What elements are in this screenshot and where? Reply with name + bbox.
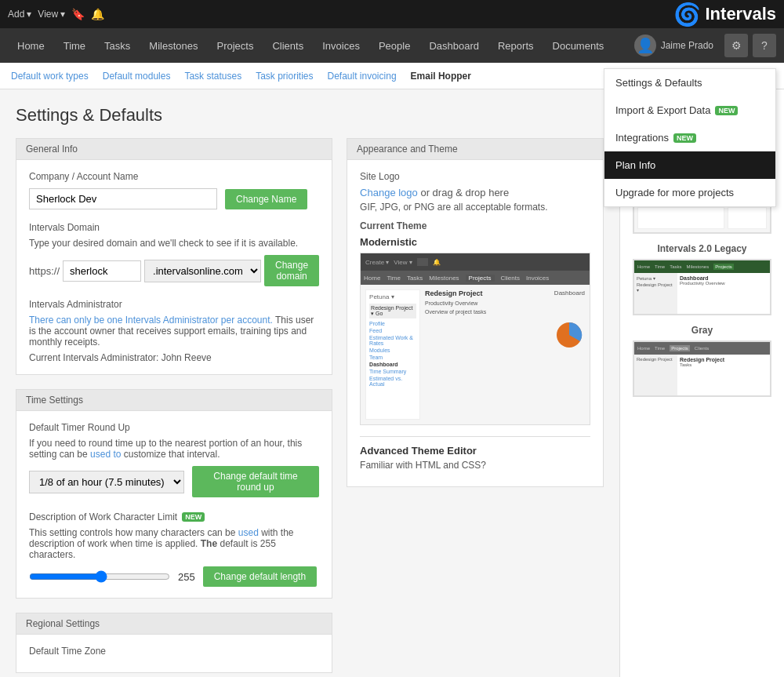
bookmark-icon[interactable]: 🔖 (71, 8, 85, 20)
company-label: Company / Account Name (29, 171, 319, 182)
time-settings-body: Default Timer Round Up If you need to ro… (16, 411, 332, 598)
admin-desc: There can only be one Intervals Administ… (29, 315, 319, 348)
gray-theme-preview[interactable]: Home Time Projects Clients Redesign Proj… (633, 340, 771, 397)
timer-desc-used: used to (90, 449, 121, 460)
legacy-theme-preview[interactable]: Home Time Tasks Milestones Projects Petu… (633, 259, 771, 315)
regional-settings-body: Default Time Zone (16, 635, 332, 672)
dropdown-upgrade[interactable]: Upgrade for more projects (604, 179, 775, 206)
theme-main-content: Redesign Project Dashboard Productivity … (425, 289, 585, 420)
view-chevron-icon: ▾ (60, 9, 65, 20)
timer-label: Default Timer Round Up (29, 422, 319, 433)
two-column-layout: General Info Company / Account Name Chan… (16, 138, 604, 677)
char-limit-value: 255 (178, 571, 195, 583)
admin-desc1: There can only be one Intervals Administ… (29, 315, 273, 326)
nav-milestones[interactable]: Milestones (140, 28, 207, 63)
theme-body: Petuna ▾ Redesign Project ▾ Go Profile F… (361, 285, 590, 424)
subnav-default-work-types[interactable]: Default work types (11, 71, 89, 82)
change-length-button[interactable]: Change default length (203, 566, 317, 587)
gray-theme-title: Gray (633, 325, 771, 336)
nav-invoices[interactable]: Invoices (313, 28, 369, 63)
add-chevron-icon: ▾ (27, 9, 31, 20)
dropdown-import-export[interactable]: Import & Export Data NEW (604, 96, 775, 124)
nav-reports[interactable]: Reports (488, 28, 543, 63)
theme-nav: HomeTimeTasksMilestones Projects Clients… (361, 271, 590, 285)
help-button[interactable]: ? (753, 34, 776, 57)
nav-bar: Home Time Tasks Milestones Projects Clie… (0, 28, 784, 63)
general-info-title: General Info (26, 144, 78, 155)
view-button[interactable]: View ▾ (38, 9, 65, 20)
char-limit-slider[interactable] (29, 570, 170, 583)
dropdown-integrations[interactable]: Integrations NEW (604, 124, 775, 151)
settings-button[interactable]: ⚙ (724, 34, 748, 57)
change-name-button[interactable]: Change Name (225, 189, 307, 209)
help-icon: ? (761, 39, 768, 52)
dropdown-upgrade-label: Upgrade for more projects (615, 187, 734, 198)
nav-home[interactable]: Home (8, 28, 54, 63)
char-used: used (238, 527, 259, 538)
nav-tasks[interactable]: Tasks (95, 28, 140, 63)
logo-row: Change logo or drag & drop here GIF, JPG… (360, 187, 590, 213)
view-label: View (38, 9, 58, 20)
char-limit-label: Description of Work Character Limit (29, 511, 177, 522)
time-settings-header: Time Settings (16, 390, 332, 411)
nav-people[interactable]: People (369, 28, 419, 63)
nav-dashboard[interactable]: Dashboard (419, 28, 488, 63)
regional-settings-section: Regional Settings Default Time Zone (16, 613, 332, 673)
advanced-theme-section: Advanced Theme Editor Familiar with HTML… (360, 436, 590, 471)
general-info-header: General Info (16, 139, 332, 160)
dropdown-import-export-label: Import & Export Data (615, 104, 710, 116)
subnav-task-priorities[interactable]: Task priorities (256, 71, 313, 82)
domain-input[interactable] (63, 260, 141, 282)
adv-theme-title: Advanced Theme Editor (360, 445, 590, 457)
theme-sidebar: Petuna ▾ Redesign Project ▾ Go Profile F… (365, 289, 420, 420)
domain-label: Intervals Domain (29, 222, 319, 233)
left-column: General Info Company / Account Name Chan… (16, 138, 332, 677)
dropdown-menu: Settings & Defaults Import & Export Data… (604, 68, 776, 207)
change-timer-button[interactable]: Change default time round up (192, 466, 319, 497)
admin-label: Intervals Administrator (29, 299, 319, 310)
subnav-default-modules[interactable]: Default modules (103, 71, 171, 82)
subnav-task-statuses[interactable]: Task statuses (184, 71, 241, 82)
add-button[interactable]: Add ▾ (8, 9, 31, 20)
change-logo-link[interactable]: Change logo (360, 187, 418, 198)
site-logo-label: Site Logo (360, 171, 590, 182)
char-limit-badge: NEW (182, 512, 205, 522)
regional-settings-title: Regional Settings (26, 618, 100, 629)
nav-items: Home Time Tasks Milestones Projects Clie… (8, 28, 628, 63)
timezone-label: Default Time Zone (29, 646, 319, 657)
nav-clients[interactable]: Clients (263, 28, 313, 63)
integrations-badge: NEW (673, 133, 696, 143)
current-theme-area: Current Theme Modernistic Create ▾ View … (360, 220, 590, 425)
change-domain-button[interactable]: Change domain (264, 255, 319, 286)
dropdown-settings-defaults-label: Settings & Defaults (615, 77, 702, 89)
bell-icon[interactable]: 🔔 (91, 8, 104, 20)
appearance-title: Appearance and Theme (357, 144, 458, 155)
theme-name: Modernistic (360, 236, 590, 248)
add-label: Add (8, 9, 24, 20)
content-area: Settings & Defaults General Info Company… (0, 89, 619, 677)
nav-documents[interactable]: Documents (543, 28, 614, 63)
admin-current: Current Intervals Administrator: John Re… (29, 352, 319, 363)
logo-text: Intervals (706, 4, 777, 24)
top-bar: Add ▾ View ▾ 🔖 🔔 🌀 Intervals (0, 0, 784, 28)
domain-row: https:// .intervalsonline.com Change dom… (29, 255, 319, 286)
timer-desc: If you need to round time up to the near… (29, 438, 319, 460)
page-title: Settings & Defaults (16, 105, 604, 126)
general-info-section: General Info Company / Account Name Chan… (16, 138, 332, 375)
domain-select[interactable]: .intervalsonline.com (144, 260, 261, 282)
user-name: Jaime Prado (661, 40, 713, 51)
nav-user[interactable]: 👤 Jaime Prado (628, 35, 720, 56)
subnav-default-invoicing[interactable]: Default invoicing (328, 71, 397, 82)
char-limit-desc: This setting controls how many character… (29, 527, 319, 560)
current-theme-label: Current Theme (360, 220, 590, 231)
subnav-email-hopper[interactable]: Email Hopper (411, 71, 471, 82)
company-input[interactable] (29, 188, 217, 209)
right-column: Appearance and Theme Site Logo Change lo… (347, 138, 604, 677)
nav-time[interactable]: Time (54, 28, 95, 63)
dropdown-settings-defaults[interactable]: Settings & Defaults (604, 69, 775, 96)
timer-row: 1/8 of an hour (7.5 minutes) 1/4 of an h… (29, 466, 319, 497)
nav-projects[interactable]: Projects (207, 28, 263, 63)
timer-select[interactable]: 1/8 of an hour (7.5 minutes) 1/4 of an h… (29, 471, 184, 493)
import-export-badge: NEW (715, 106, 738, 115)
dropdown-plan-info[interactable]: Plan Info (604, 151, 775, 179)
